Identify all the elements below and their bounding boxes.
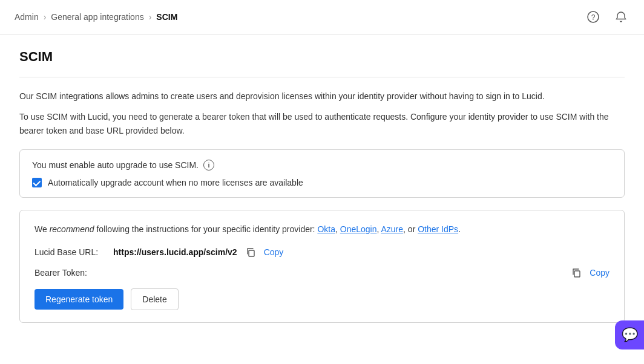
- breadcrumb-sep-1: ›: [44, 12, 47, 22]
- base-url-value: https://users.lucid.app/scim/v2: [113, 247, 237, 257]
- bearer-copy-icon-button[interactable]: [569, 267, 583, 279]
- onelogin-link[interactable]: OneLogin: [340, 224, 377, 234]
- intro-comma1: ,: [335, 224, 340, 234]
- intro-suffix: following the instructions for your spec…: [94, 224, 318, 234]
- bell-icon: [615, 11, 627, 23]
- breadcrumb: Admin › General app integrations › SCIM: [15, 12, 177, 22]
- description-line1: Our SCIM integrations allows admins to c…: [19, 89, 625, 103]
- okta-link[interactable]: Okta: [317, 224, 335, 234]
- description-block: Our SCIM integrations allows admins to c…: [19, 89, 625, 137]
- copy-icon: [246, 247, 255, 257]
- bearer-copy-button[interactable]: Copy: [590, 268, 610, 278]
- base-url-copy-icon-button[interactable]: [243, 246, 258, 258]
- bearer-token-label: Bearer Token:: [34, 268, 107, 278]
- info-box: You must enable auto upgrade to use SCIM…: [19, 149, 625, 198]
- header-icons: ?: [585, 8, 629, 25]
- checkbox-row: Automatically upgrade account when no mo…: [32, 178, 612, 187]
- breadcrumb-general[interactable]: General app integrations: [51, 12, 143, 22]
- breadcrumb-admin[interactable]: Admin: [15, 12, 39, 22]
- provider-intro: We recommend following the instructions …: [34, 223, 610, 236]
- chat-icon: 💬: [622, 327, 638, 337]
- provider-box: We recommend following the instructions …: [19, 210, 625, 322]
- intro-italic: recommend: [50, 224, 94, 234]
- base-url-label: Lucid Base URL:: [34, 247, 107, 257]
- other-idps-link[interactable]: Other IdPs: [418, 224, 458, 234]
- help-button[interactable]: ?: [585, 8, 602, 25]
- divider: [19, 77, 625, 77]
- bearer-token-row: Bearer Token: Copy: [34, 267, 610, 279]
- description-line2: To use SCIM with Lucid, you need to gene…: [19, 110, 625, 137]
- chat-widget[interactable]: 💬: [615, 320, 644, 337]
- main-content: SCIM Our SCIM integrations allows admins…: [0, 34, 644, 337]
- svg-rect-2: [249, 250, 254, 256]
- breadcrumb-current: SCIM: [156, 12, 177, 22]
- help-icon: ?: [587, 11, 599, 23]
- info-tooltip-icon[interactable]: i: [203, 160, 214, 171]
- delete-button[interactable]: Delete: [131, 288, 178, 310]
- svg-rect-3: [574, 271, 580, 277]
- notification-button[interactable]: [613, 8, 629, 25]
- regenerate-token-button[interactable]: Regenerate token: [34, 289, 123, 310]
- intro-prefix: We: [34, 224, 50, 234]
- actions-row: Regenerate token Delete: [34, 288, 610, 310]
- base-url-copy-button[interactable]: Copy: [264, 247, 284, 257]
- info-box-title-text: You must enable auto upgrade to use SCIM…: [32, 160, 199, 170]
- copy-icon-bearer: [571, 268, 581, 278]
- auto-upgrade-checkbox[interactable]: [32, 178, 42, 187]
- intro-end: .: [458, 224, 461, 234]
- intro-comma2: ,: [376, 224, 381, 234]
- svg-text:?: ?: [591, 13, 596, 22]
- checkbox-label: Automatically upgrade account when no mo…: [48, 178, 303, 187]
- intro-or: , or: [403, 224, 418, 234]
- azure-link[interactable]: Azure: [381, 224, 404, 234]
- info-box-title-row: You must enable auto upgrade to use SCIM…: [32, 160, 612, 171]
- base-url-row: Lucid Base URL: https://users.lucid.app/…: [34, 246, 610, 258]
- breadcrumb-sep-2: ›: [149, 12, 152, 22]
- page-title: SCIM: [19, 49, 625, 65]
- header: Admin › General app integrations › SCIM …: [0, 0, 644, 34]
